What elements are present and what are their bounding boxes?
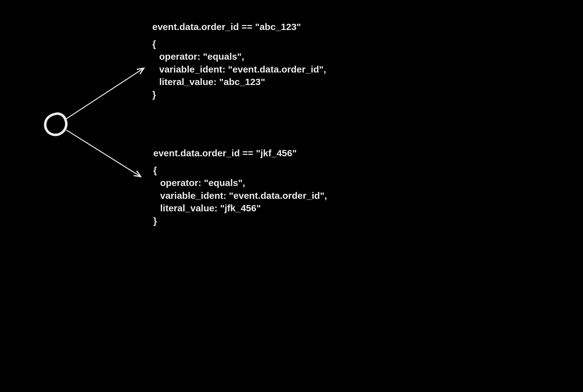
arrow-to-top — [66, 68, 144, 119]
bottom-operator-line: operator: "equals", — [153, 177, 327, 189]
bottom-expression: event.data.order_id == "jkf_456" — [153, 147, 327, 160]
bottom-literal-line: literal_value: "jfk_456" — [153, 202, 327, 215]
bottom-variable-line: variable_ident: "event.data.order_id", — [153, 189, 327, 202]
bottom-branch-block: event.data.order_id == "jkf_456" { opera… — [153, 147, 327, 227]
arrow-to-bottom — [66, 130, 141, 177]
top-variable-line: variable_ident: "event.data.order_id", — [152, 63, 326, 76]
top-branch-block: event.data.order_id == "abc_123" { opera… — [152, 21, 326, 101]
top-brace-close: } — [152, 88, 326, 101]
top-brace-open: { — [152, 38, 326, 51]
top-expression: event.data.order_id == "abc_123" — [152, 21, 326, 33]
top-literal-line: literal_value: "abc_123" — [152, 76, 326, 88]
diagram-canvas: { "top": { "expression": "event.data.ord… — [0, 0, 583, 392]
root-node-circle — [45, 114, 66, 135]
bottom-brace-open: { — [153, 164, 327, 177]
top-operator-line: operator: "equals", — [152, 50, 326, 63]
bottom-brace-close: } — [153, 215, 327, 228]
